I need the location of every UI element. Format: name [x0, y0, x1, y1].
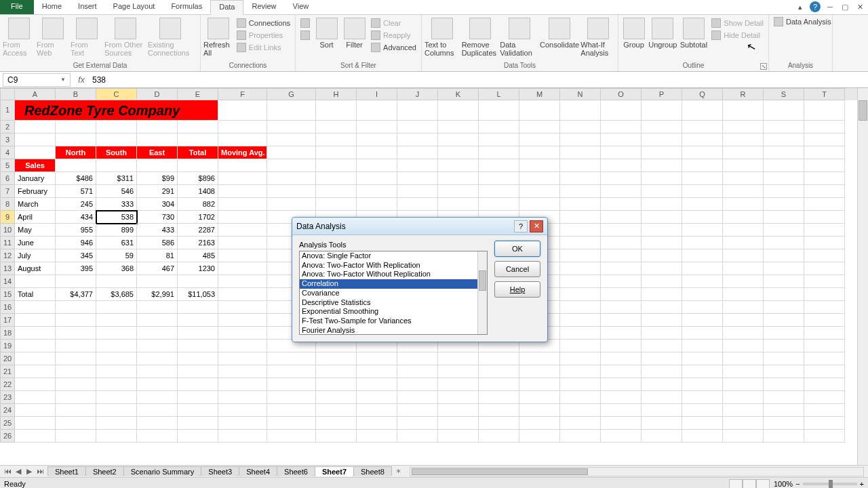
- dialog-title: Data Analysis: [296, 222, 346, 231]
- analysis-tools-listbox[interactable]: Anova: Single FactorAnova: Two-Factor Wi…: [299, 251, 488, 335]
- list-item[interactable]: Anova: Two-Factor Without Replication: [300, 270, 477, 279]
- zoom-level[interactable]: 100%: [774, 480, 793, 488]
- list-item[interactable]: Descriptive Statistics: [300, 298, 477, 308]
- data-analysis-dialog: Data Analysis ? ✕ Analysis Tools Anova: …: [292, 217, 548, 342]
- tab-view[interactable]: View: [285, 0, 317, 14]
- tab-formulas[interactable]: Formulas: [163, 0, 210, 14]
- sheet-tab[interactable]: Sheet8: [353, 466, 392, 476]
- window-controls: ▴ ? ─ ▢ ✕: [795, 1, 865, 12]
- from-other-button[interactable]: From Other Sources: [104, 16, 146, 57]
- connections-button[interactable]: Connections: [235, 18, 292, 28]
- help-button[interactable]: Help: [494, 281, 540, 298]
- sort-desc-button[interactable]: [298, 30, 312, 41]
- properties-icon: [237, 30, 246, 40]
- clear-icon: [371, 18, 380, 28]
- view-buttons[interactable]: [729, 479, 770, 489]
- connections-icon: [237, 18, 246, 28]
- tab-review[interactable]: Review: [243, 0, 284, 14]
- tab-file[interactable]: File: [0, 0, 34, 14]
- minimize-ribbon-icon[interactable]: ▴: [795, 1, 806, 12]
- sheet-tab[interactable]: Sheet1: [47, 466, 86, 476]
- minimize-icon[interactable]: ─: [825, 1, 835, 12]
- group-outline: Outline: [621, 62, 766, 70]
- zoom-out-icon[interactable]: −: [795, 480, 800, 488]
- consolidate-button[interactable]: Consolidate: [540, 16, 580, 49]
- advanced-button[interactable]: Advanced: [369, 42, 418, 53]
- existing-conn-button[interactable]: Existing Connections: [148, 16, 193, 57]
- tab-insert[interactable]: Insert: [70, 0, 105, 14]
- sheet-tab[interactable]: Sheet2: [85, 466, 124, 476]
- select-all-corner[interactable]: [0, 88, 15, 100]
- vertical-scrollbar[interactable]: [857, 88, 868, 465]
- outline-dialog-launcher[interactable]: ⤡: [760, 63, 767, 70]
- refresh-all-button[interactable]: Refresh All: [203, 16, 233, 57]
- close-icon[interactable]: ✕: [854, 1, 865, 12]
- from-access-button[interactable]: From Access: [3, 16, 35, 57]
- from-text-button[interactable]: From Text: [71, 16, 103, 57]
- group-button[interactable]: Group: [621, 16, 646, 49]
- dialog-titlebar[interactable]: Data Analysis ? ✕: [292, 218, 547, 235]
- zoom-slider[interactable]: [803, 483, 857, 485]
- list-item[interactable]: Exponential Smoothing: [300, 307, 477, 317]
- chevron-down-icon[interactable]: ▼: [60, 77, 66, 83]
- text-to-columns-button[interactable]: Text to Columns: [425, 16, 460, 57]
- zoom-control[interactable]: 100% − +: [774, 480, 864, 488]
- list-item[interactable]: F-Test Two-Sample for Variances: [300, 317, 477, 326]
- group-connections: Connections: [203, 62, 292, 70]
- sheet-tab[interactable]: Sheet7: [315, 466, 354, 476]
- name-box[interactable]: C9▼: [3, 73, 71, 87]
- dialog-close-icon[interactable]: ✕: [530, 220, 543, 232]
- data-analysis-button[interactable]: Data Analysis: [772, 16, 833, 27]
- horizontal-scrollbar[interactable]: [410, 467, 864, 476]
- group-external-data: Get External Data: [3, 62, 197, 70]
- column-headers[interactable]: ABCDEFGHIJKLMNOPQRST: [15, 88, 857, 100]
- sheet-tab[interactable]: Sheet4: [239, 466, 277, 476]
- ok-button[interactable]: OK: [494, 241, 540, 257]
- sort-desc-icon: [300, 30, 310, 40]
- help-icon[interactable]: ?: [810, 1, 821, 12]
- sheet-tab[interactable]: Sheet3: [201, 466, 239, 476]
- fx-icon[interactable]: fx: [73, 75, 90, 85]
- sheet-nav[interactable]: ⏮◀▶⏭: [0, 467, 47, 476]
- list-item[interactable]: Covariance: [300, 289, 477, 298]
- tab-home[interactable]: Home: [34, 0, 70, 14]
- from-web-button[interactable]: From Web: [37, 16, 69, 57]
- list-item[interactable]: Anova: Two-Factor With Replication: [300, 261, 477, 270]
- sheet-tab[interactable]: Sheet6: [277, 466, 315, 476]
- data-validation-button[interactable]: Data Validation: [500, 16, 538, 57]
- reapply-icon: [371, 30, 380, 40]
- sort-asc-button[interactable]: [298, 18, 312, 28]
- ungroup-button[interactable]: Ungroup: [648, 16, 678, 49]
- sheet-tabs[interactable]: Sheet1Sheet2Scenario SummarySheet3Sheet4…: [47, 466, 391, 476]
- row-headers[interactable]: 1234567891011121314151617181920212223242…: [0, 100, 15, 443]
- list-item[interactable]: Anova: Single Factor: [300, 251, 477, 261]
- subtotal-button[interactable]: Subtotal: [679, 16, 709, 49]
- show-detail-icon: [711, 18, 721, 28]
- properties-button[interactable]: Properties: [235, 30, 292, 41]
- list-item[interactable]: Correlation: [300, 279, 477, 289]
- list-item[interactable]: Fourier Analysis: [300, 326, 477, 335]
- tab-page-layout[interactable]: Page Layout: [105, 0, 163, 14]
- sort-button[interactable]: Sort: [313, 16, 340, 49]
- edit-links-button[interactable]: Edit Links: [235, 42, 292, 53]
- filter-button[interactable]: Filter: [341, 16, 368, 49]
- hide-detail-button[interactable]: Hide Detail: [709, 30, 766, 41]
- clear-button[interactable]: Clear: [369, 18, 418, 28]
- remove-duplicates-button[interactable]: Remove Duplicates: [462, 16, 499, 57]
- group-sort-filter: Sort & Filter: [298, 62, 418, 70]
- dialog-help-icon[interactable]: ?: [514, 220, 528, 232]
- show-detail-button[interactable]: Show Detail: [709, 18, 766, 28]
- whatif-button[interactable]: What-If Analysis: [580, 16, 615, 57]
- sheet-tab[interactable]: Scenario Summary: [123, 466, 202, 476]
- zoom-in-icon[interactable]: +: [860, 480, 864, 488]
- new-sheet-icon[interactable]: ✶: [391, 467, 406, 476]
- listbox-label: Analysis Tools: [299, 241, 488, 249]
- tab-data[interactable]: Data: [210, 0, 243, 15]
- cancel-button[interactable]: Cancel: [494, 261, 540, 277]
- sheet-bar: ⏮◀▶⏭ Sheet1Sheet2Scenario SummarySheet3S…: [0, 465, 868, 477]
- restore-icon[interactable]: ▢: [840, 1, 850, 12]
- reapply-button[interactable]: Reapply: [369, 30, 418, 41]
- ribbon: From Access From Web From Text From Othe…: [0, 15, 868, 72]
- formula-input[interactable]: 538: [90, 74, 868, 86]
- listbox-scrollbar[interactable]: [477, 251, 487, 334]
